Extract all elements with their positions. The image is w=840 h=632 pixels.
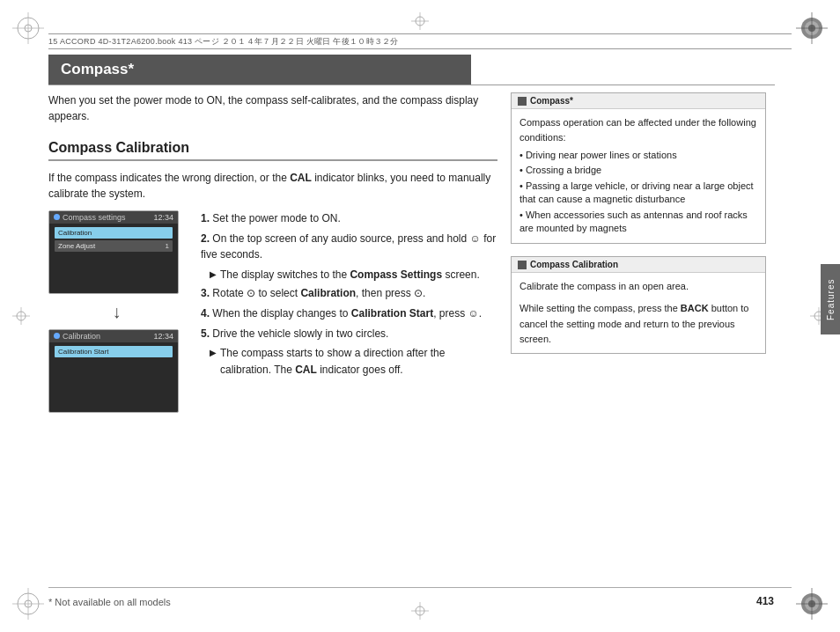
step2-sub-text: The display switches to the Compass Sett… (220, 267, 480, 283)
cal-note-icon (518, 261, 527, 269)
main-content: When you set the power mode to ON, the c… (48, 92, 497, 413)
compass-note-intro: Compass operation can be affected under … (519, 117, 756, 143)
step5: 5. Drive the vehicle slowly in two circl… (201, 326, 497, 342)
calibration-note-line2: While setting the compass, press the BAC… (519, 301, 757, 346)
screens-and-steps: Compass settings 12:34 Calibration Zone … (48, 210, 497, 413)
note-icon (518, 97, 527, 106)
screen2-body: Calibration Start (49, 342, 178, 363)
screen1-item1-label: Calibration (58, 229, 92, 237)
compass-note-header: Compass* (512, 93, 765, 109)
step2-arrow: ▶ (210, 268, 217, 283)
crosshair-bottom (411, 602, 429, 620)
step4-text: When the display changes to Calibration … (212, 307, 482, 320)
crosshair-top (411, 12, 429, 30)
screen1-dot: Compass settings (54, 213, 126, 222)
compass-note-list: Driving near power lines or stations Cro… (519, 149, 757, 235)
screen1-title: Compass settings (63, 213, 126, 222)
screen2-item1: Calibration Start (55, 346, 173, 357)
corner-mark-bl (12, 588, 44, 620)
cal-indicator: CAL (290, 172, 312, 184)
corner-mark-tr (796, 12, 828, 44)
step5-num: 5. (201, 327, 210, 340)
step5-arrow: ▶ (210, 346, 217, 378)
cal-start-bold: Calibration Start (351, 307, 433, 320)
compass-settings-bold: Compass Settings (350, 268, 442, 281)
arrow-down: ↓ (48, 299, 185, 324)
calibration-note-header: Compass Calibration (512, 257, 765, 273)
screen1-time: 12:34 (153, 213, 173, 222)
step3-text: Rotate ⊙ to select Calibration, then pre… (212, 287, 425, 299)
calibration-note-header-text: Compass Calibration (530, 260, 618, 269)
step3: 3. Rotate ⊙ to select Calibration, then … (201, 285, 497, 302)
step4-num: 4. (201, 307, 210, 320)
screen1-item1: Calibration (55, 227, 173, 239)
steps-list: 1. Set the power mode to ON. 2. On the t… (201, 210, 497, 413)
calibration-note-box: Compass Calibration Calibrate the compas… (511, 256, 766, 353)
cal-note-text1: While setting the compass, press the (519, 303, 681, 313)
calibration-bold: Calibration (300, 287, 356, 299)
page-number: 413 (756, 595, 774, 607)
step5-sub: ▶ The compass starts to show a direction… (210, 345, 497, 378)
screen1-body: Calibration Zone Adjust 1 (49, 224, 178, 257)
compass-note-box: Compass* Compass operation can be affect… (511, 92, 766, 244)
corner-mark-br (796, 588, 828, 620)
step2-text: On the top screen of any audio source, p… (201, 232, 496, 261)
step1-text: Set the power mode to ON. (212, 212, 340, 224)
features-tab: Features (821, 264, 840, 334)
screen1-item2-value: 1 (166, 242, 169, 250)
screen-images: Compass settings 12:34 Calibration Zone … (48, 210, 185, 413)
screen2-dot: Calibration (54, 332, 100, 341)
screen2: Calibration 12:34 Calibration Start (48, 329, 179, 413)
calibration-desc: If the compass indicates the wrong direc… (48, 170, 497, 202)
step2-sub: ▶ The display switches to the Compass Se… (210, 267, 497, 283)
step2: 2. On the top screen of any audio source… (201, 231, 497, 263)
cal-off-bold: CAL (295, 364, 317, 376)
screen2-header: Calibration 12:34 (49, 330, 178, 342)
screen1-item2-label: Zone Adjust (58, 242, 95, 250)
compass-note-item2: Crossing a bridge (519, 164, 757, 177)
step3-num: 3. (201, 287, 210, 299)
calibration-section-title: Compass Calibration (48, 140, 497, 161)
step4: 4. When the display changes to Calibrati… (201, 305, 497, 322)
page-title: Compass* (61, 61, 134, 78)
title-banner: Compass* (48, 55, 471, 85)
calibration-note-line1: Calibrate the compass in an open area. (519, 279, 757, 294)
compass-note-header-text: Compass* (530, 96, 573, 106)
bottom-divider (48, 587, 792, 588)
screen1: Compass settings 12:34 Calibration Zone … (48, 210, 179, 294)
compass-note-item4: When accessories such as antennas and ro… (519, 209, 757, 236)
corner-mark-tl (12, 12, 44, 44)
step5-text: Drive the vehicle slowly in two circles. (212, 327, 388, 340)
compass-note-item1: Driving near power lines or stations (519, 149, 757, 162)
screen2-item1-label: Calibration Start (58, 348, 108, 356)
right-sidebar: Compass* Compass operation can be affect… (511, 92, 766, 366)
screen1-header: Compass settings 12:34 (49, 211, 178, 224)
print-info-text: 15 ACCORD 4D-31T2A6200.book 413 ページ ２０１４… (48, 36, 399, 48)
compass-note-body: Compass operation can be affected under … (512, 109, 765, 243)
compass-note-item3: Passing a large vehicle, or driving near… (519, 180, 757, 207)
features-tab-label: Features (826, 278, 836, 320)
screen2-time: 12:34 (153, 332, 173, 341)
screen1-item2: Zone Adjust 1 (55, 240, 173, 252)
back-bold: BACK (681, 303, 709, 313)
footnote: * Not available on all models (48, 597, 171, 607)
step2-num: 2. (201, 232, 210, 245)
intro-text: When you set the power mode to ON, the c… (48, 92, 497, 124)
calibration-note-body: Calibrate the compass in an open area. W… (512, 273, 765, 352)
step5-sub-text: The compass starts to show a direction a… (220, 345, 497, 378)
crosshair-left (12, 307, 30, 325)
step1: 1. Set the power mode to ON. (201, 210, 497, 227)
title-divider (48, 85, 775, 85)
step1-num: 1. (201, 212, 210, 224)
screen2-title: Calibration (63, 332, 100, 341)
print-info-bar: 15 ACCORD 4D-31T2A6200.book 413 ページ ２０１４… (48, 33, 792, 49)
